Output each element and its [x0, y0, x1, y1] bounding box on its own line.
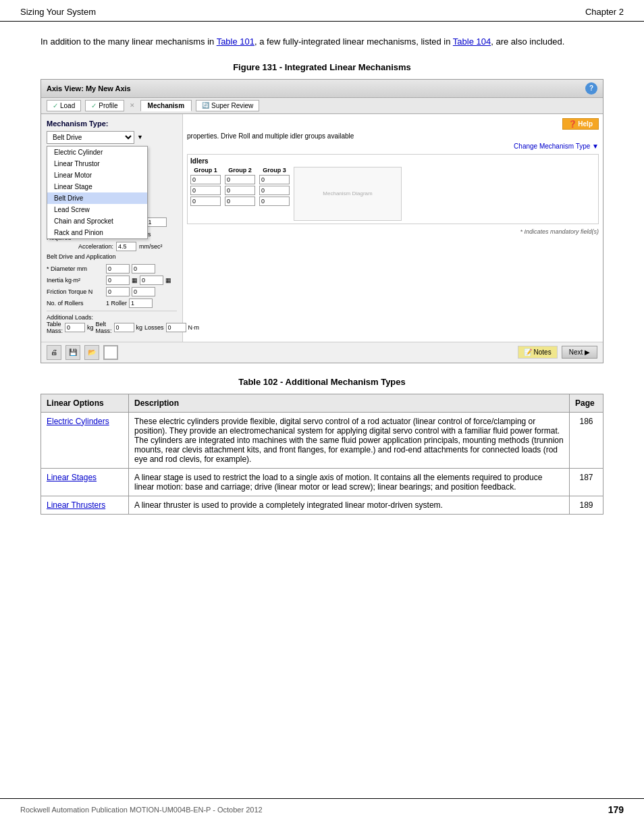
table-cell-desc-1: A linear stage is used to restrict the l… [129, 468, 570, 496]
rollers-input[interactable] [129, 298, 153, 308]
groups-row: Group 1 Group 2 Group 3 [190, 167, 595, 221]
accel-input[interactable] [116, 242, 136, 251]
app-window: Axis View: My New Axis ? ✓ Load ✓ Profil… [41, 79, 603, 363]
dropdown-arrow-icon: ▼ [137, 134, 143, 140]
icon-save[interactable]: 💾 [65, 345, 80, 360]
inertia-input1[interactable] [106, 276, 130, 285]
app-titlebar: Axis View: My New Axis ? [41, 80, 603, 98]
diameter-input1[interactable] [106, 264, 130, 273]
group2-header: Group 2 [225, 167, 255, 174]
dropdown-item-rack-pinion[interactable]: Rack and Pinion [47, 227, 147, 238]
inertia-label: Inertia kg·m² [47, 277, 104, 284]
header-chapter: Chapter 2 [585, 7, 624, 17]
group1-input3[interactable] [190, 197, 221, 206]
group3-input1[interactable] [259, 175, 290, 184]
table-link-0[interactable]: Electric Cylinders [47, 417, 109, 426]
belt-mass-input[interactable] [114, 323, 134, 332]
group3-input3[interactable] [259, 197, 290, 206]
app-name-row: Belt Drive and Application [47, 253, 177, 260]
accel-label: Acceleration: [78, 243, 113, 250]
friction-input1[interactable] [106, 287, 130, 296]
next-button[interactable]: Next ▶ [562, 346, 597, 359]
check-icon-2: ✓ [91, 102, 97, 109]
profile-label: Profile [99, 102, 117, 109]
inertia-row: Inertia kg·m² ▦ ▦ [47, 276, 177, 285]
belt-mass-label: Belt Mass: [96, 321, 112, 334]
table101-link[interactable]: Table 101 [217, 36, 254, 47]
friction-input2[interactable] [132, 287, 155, 296]
group1-input2[interactable] [190, 186, 221, 195]
main-content: In addition to the many linear mechanism… [0, 22, 644, 548]
table-mass-input[interactable] [65, 323, 85, 332]
group2-input3[interactable] [225, 197, 255, 206]
group1-input1[interactable] [190, 175, 221, 184]
table-header-row: Linear Options Description Page [41, 394, 603, 412]
table-cell-page-0: 186 [570, 412, 603, 468]
notes-icon: 📝 [524, 348, 532, 356]
help-label: Help [578, 120, 593, 128]
dropdown-item-linear-thrustor[interactable]: Linear Thrustor [47, 158, 147, 170]
right-panel: ❓ Help properties. Drive Roll and multip… [183, 114, 603, 342]
dropdown-item-linear-stage[interactable]: Linear Stage [47, 181, 147, 192]
mechanism-type-select[interactable]: Belt Drive [47, 131, 134, 144]
next-label: Next ▶ [569, 348, 590, 356]
check-icon: ✓ [53, 102, 58, 109]
mechanism-tab[interactable]: Mechanism [140, 100, 192, 111]
page-footer: Rockwell Automation Publication MOTION-U… [0, 798, 644, 820]
bottom-buttons: 📝 Notes Next ▶ [518, 346, 597, 359]
group3-col: Group 3 [259, 167, 290, 221]
dropdown-item-belt-drive[interactable]: Belt Drive [47, 192, 147, 204]
table104-link[interactable]: Table 104 [453, 36, 491, 47]
rollers-row: No. of Rollers 1 Roller [47, 298, 177, 308]
group1-header: Group 1 [190, 167, 221, 174]
help-row: ❓ Help [187, 118, 599, 130]
accel-unit: mm/sec² [139, 243, 163, 250]
table-cell-page-2: 189 [570, 496, 603, 514]
icon-print[interactable]: 🖨 [47, 345, 61, 360]
group3-input2[interactable] [259, 186, 290, 195]
rollers-val1: 1 Roller [106, 300, 127, 307]
app-toolbar: ✓ Load ✓ Profile ✕ Mechanism 🔄 Super Rev… [41, 98, 603, 114]
load-button[interactable]: ✓ Load [47, 100, 81, 111]
group2-input2[interactable] [225, 186, 255, 195]
super-review-label: Super Review [211, 102, 253, 109]
help-icon: ❓ [568, 120, 576, 128]
dropdown-container: Belt Drive ▼ Electric Cylinder Linear Th… [47, 131, 143, 147]
col-page: Page [570, 394, 603, 412]
notes-label: Notes [534, 348, 552, 356]
footer-publisher: Rockwell Automation Publication MOTION-U… [20, 806, 263, 814]
intro-paragraph: In addition to the many linear mechanism… [41, 35, 603, 49]
app-body: Mechanism Type: Belt Drive ▼ Electric Cy… [41, 114, 603, 342]
dropdown-item-linear-motor[interactable]: Linear Motor [47, 170, 147, 181]
group1-col: Group 1 [190, 167, 221, 221]
table-link-1[interactable]: Linear Stages [47, 473, 97, 482]
change-mechanism-link[interactable]: Change Mechanism Type ▼ [187, 142, 599, 150]
table-cell-desc-0: These electric cylinders provide flexibl… [129, 412, 570, 468]
stroke-val-input[interactable] [146, 217, 167, 227]
app-bottom: 🖨 💾 📂 📝 Notes Next ▶ [41, 342, 603, 363]
mechanism-diagram: Mechanism Diagram [294, 167, 402, 221]
figure-label: Figure 131 - Integrated Linear Mechanism… [41, 62, 603, 72]
icon-open[interactable]: 📂 [84, 345, 99, 360]
data-table: Linear Options Description Page Electric… [41, 394, 603, 515]
icon-stop[interactable] [103, 345, 118, 360]
dropdown-item-electric-cylinder[interactable]: Electric Cylinder [47, 147, 147, 158]
friction-label: Friction Torque N [47, 288, 104, 295]
profile-button[interactable]: ✓ Profile [85, 100, 124, 111]
help-button[interactable]: ❓ Help [562, 118, 599, 130]
review-icon: 🔄 [202, 102, 209, 109]
friction-row: Friction Torque N [47, 287, 177, 296]
table-link-2[interactable]: Linear Thrusters [47, 500, 105, 510]
group2-input1[interactable] [225, 175, 255, 184]
notes-button[interactable]: 📝 Notes [518, 346, 558, 359]
table-mass-label: Table Mass: [47, 321, 63, 334]
super-review-tab[interactable]: 🔄 Super Review [196, 100, 259, 111]
help-circle-icon[interactable]: ? [585, 82, 597, 95]
inertia-input2[interactable] [140, 276, 163, 285]
dropdown-item-chain-sprocket[interactable]: Chain and Sprocket [47, 215, 147, 227]
diameter-input2[interactable] [132, 264, 155, 273]
dropdown-item-lead-screw[interactable]: Lead Screw [47, 204, 147, 215]
table-row: Electric CylindersThese electric cylinde… [41, 412, 603, 468]
fields-area: * Diameter mm Inertia kg·m² ▦ ▦ Friction… [47, 264, 177, 308]
separator: ✕ [130, 102, 135, 109]
